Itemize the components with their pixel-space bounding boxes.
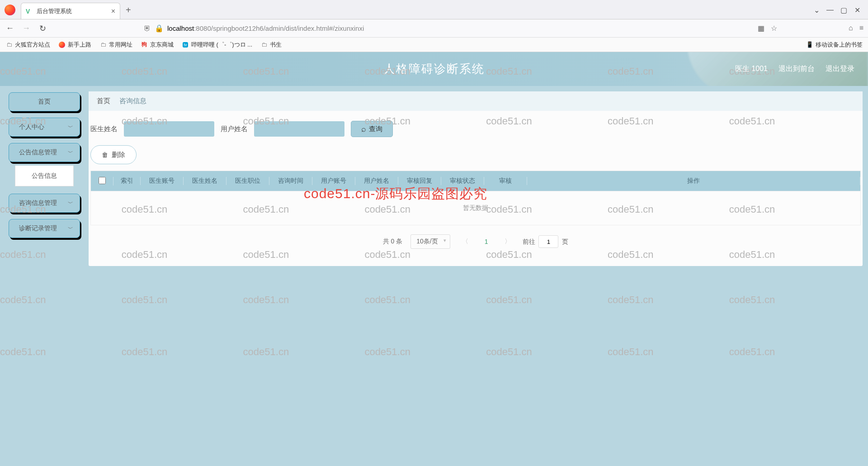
vue-icon: V [26, 8, 33, 15]
bookmark-item[interactable]: tv哔哩哔哩 (゜-゜)つロ ... [182, 41, 252, 49]
extensions-icon[interactable]: ⌂ [849, 24, 853, 33]
bookmarks-bar: 🗀火狐官方站点 新手上路 🗀常用网址 狗京东商城 tv哔哩哔哩 (゜-゜)つロ … [0, 38, 868, 52]
reload-button[interactable]: ↻ [37, 24, 48, 33]
new-tab-button[interactable]: + [126, 5, 131, 15]
caret-down-icon[interactable]: ⌄ [812, 6, 821, 14]
browser-tab[interactable]: V 后台管理系统 × [21, 3, 120, 19]
bookmark-item[interactable]: 🗀常用网址 [99, 41, 132, 49]
url-text: localhost:8080/springboot212h6/admin/dis… [167, 24, 364, 32]
bookmark-item[interactable]: 🗀火狐官方站点 [5, 41, 50, 49]
tab-title: 后台管理系统 [37, 7, 108, 15]
browser-nav-bar: ← → ↻ ⛨ 🔒 localhost:8080/springboot212h6… [0, 19, 868, 38]
back-button[interactable]: ← [5, 24, 15, 33]
lock-icon: 🔒 [155, 24, 164, 33]
minimize-icon[interactable]: — [826, 6, 835, 14]
shield-icon: ⛨ [144, 24, 151, 33]
address-bar[interactable]: ⛨ 🔒 localhost:8080/springboot212h6/admin… [53, 24, 752, 33]
browser-tab-strip: V 后台管理系统 × + ⌄ — ▢ ✕ [0, 0, 868, 19]
mobile-bookmarks[interactable]: 📱移动设备上的书签 [806, 41, 863, 49]
bookmark-item[interactable]: 新手上路 [58, 41, 91, 49]
forward-button[interactable]: → [21, 24, 32, 33]
reader-icon[interactable]: ▦ [758, 24, 764, 33]
firefox-icon [5, 5, 15, 15]
maximize-icon[interactable]: ▢ [839, 6, 848, 14]
menu-icon[interactable]: ≡ [859, 24, 863, 33]
bookmark-item[interactable]: 狗京东商城 [141, 41, 174, 49]
bookmark-star-icon[interactable]: ☆ [771, 24, 777, 33]
bookmark-item[interactable]: 🗀书生 [260, 41, 282, 49]
window-close-icon[interactable]: ✕ [853, 6, 862, 14]
close-icon[interactable]: × [111, 7, 115, 15]
